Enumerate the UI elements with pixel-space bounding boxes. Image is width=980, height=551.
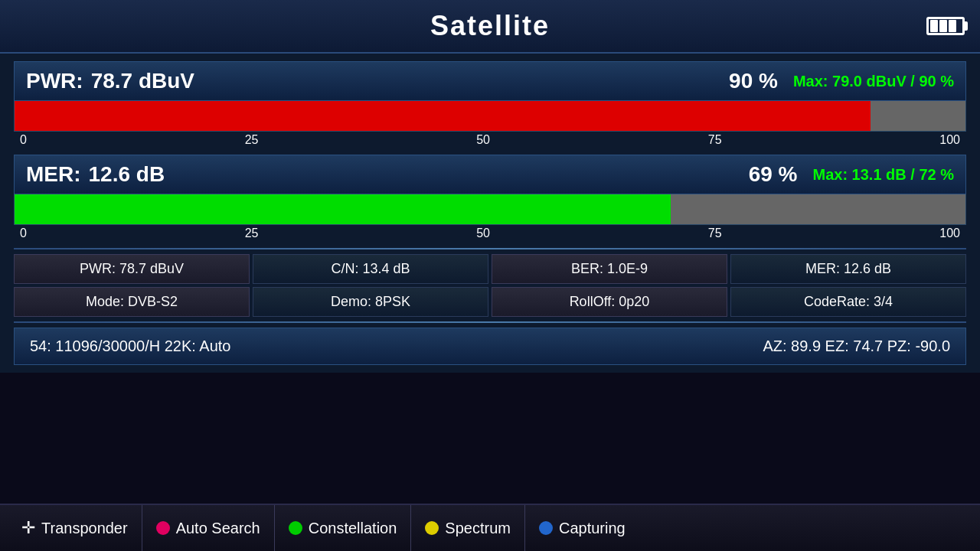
- nav-spectrum[interactable]: Spectrum: [411, 505, 525, 551]
- mer-scale-100: 100: [939, 227, 960, 240]
- battery-icon: [926, 17, 965, 35]
- status-left: 54: 11096/30000/H 22K: Auto: [30, 337, 230, 355]
- info-pwr: PWR: 78.7 dBuV: [14, 254, 250, 284]
- nav-capturing[interactable]: Capturing: [525, 505, 639, 551]
- bottom-nav: ✛ Transponder Auto Search Constellation …: [0, 504, 980, 551]
- info-demo: Demo: 8PSK: [253, 287, 488, 317]
- nav-transponder-label: Transponder: [41, 520, 128, 537]
- status-bar: 54: 11096/30000/H 22K: Auto AZ: 89.9 EZ:…: [14, 328, 966, 365]
- info-coderate: CodeRate: 3/4: [730, 287, 966, 317]
- divider-1: [14, 248, 966, 249]
- mer-value: 12.6 dB: [89, 162, 749, 187]
- mer-scale-0: 0: [20, 227, 27, 240]
- auto-search-dot-icon: [156, 521, 170, 535]
- spectrum-dot-icon: [425, 521, 439, 535]
- mer-section: MER: 12.6 dB 69 % Max: 13.1 dB / 72 % 0 …: [14, 155, 966, 242]
- pwr-scale-75: 75: [708, 133, 722, 147]
- pwr-scale-25: 25: [245, 133, 259, 147]
- pwr-scale-100: 100: [939, 133, 960, 147]
- page-title: Satellite: [430, 10, 550, 42]
- mer-bar-fill: [15, 194, 671, 224]
- mer-scale-75: 75: [708, 227, 722, 240]
- info-mode: Mode: DVB-S2: [14, 287, 250, 317]
- pwr-bar-gray: [871, 101, 965, 131]
- nav-auto-search[interactable]: Auto Search: [142, 505, 275, 551]
- pwr-section: PWR: 78.7 dBuV 90 % Max: 79.0 dBuV / 90 …: [14, 61, 966, 148]
- capturing-dot-icon: [539, 521, 553, 535]
- battery-segment-1: [930, 20, 938, 32]
- battery-segment-3: [949, 20, 956, 32]
- pwr-label: PWR:: [26, 69, 83, 93]
- info-grid-row1: PWR: 78.7 dBuV C/N: 13.4 dB BER: 1.0E-9 …: [14, 254, 966, 284]
- app-container: Satellite PWR: 78.7 dBuV 90 % Max: 79.0 …: [0, 0, 980, 551]
- mer-scale-25: 25: [245, 227, 259, 240]
- constellation-dot-icon: [289, 521, 302, 535]
- battery-body: [926, 17, 965, 35]
- info-grid-row2: Mode: DVB-S2 Demo: 8PSK RollOff: 0p20 Co…: [14, 287, 966, 317]
- pwr-bar-fill: [15, 101, 871, 131]
- info-cn: C/N: 13.4 dB: [253, 254, 488, 284]
- mer-label: MER:: [26, 162, 81, 187]
- info-rolloff: RollOff: 0p20: [492, 287, 727, 317]
- divider-2: [14, 321, 966, 323]
- pwr-scale-50: 50: [476, 133, 490, 147]
- nav-constellation-label: Constellation: [309, 520, 397, 537]
- mer-percent: 69 %: [749, 162, 798, 187]
- info-mer2: MER: 12.6 dB: [730, 254, 966, 284]
- nav-spectrum-label: Spectrum: [445, 520, 511, 537]
- cross-arrows-icon: ✛: [21, 518, 35, 538]
- mer-max: Max: 13.1 dB / 72 %: [812, 166, 954, 184]
- pwr-max: Max: 79.0 dBuV / 90 %: [793, 73, 954, 90]
- nav-auto-search-label: Auto Search: [176, 520, 260, 537]
- nav-capturing-label: Capturing: [559, 520, 626, 537]
- mer-bar-gray: [671, 194, 965, 224]
- nav-transponder[interactable]: ✛ Transponder: [8, 505, 142, 551]
- pwr-scale-0: 0: [20, 133, 27, 147]
- header: Satellite: [0, 0, 980, 54]
- pwr-percent: 90 %: [729, 69, 778, 93]
- status-right: AZ: 89.9 EZ: 74.7 PZ: -90.0: [763, 337, 950, 355]
- pwr-value: 78.7 dBuV: [91, 69, 729, 93]
- mer-scale-50: 50: [476, 227, 490, 240]
- battery-segment-2: [939, 20, 947, 32]
- info-ber: BER: 1.0E-9: [492, 254, 727, 284]
- nav-constellation[interactable]: Constellation: [275, 505, 412, 551]
